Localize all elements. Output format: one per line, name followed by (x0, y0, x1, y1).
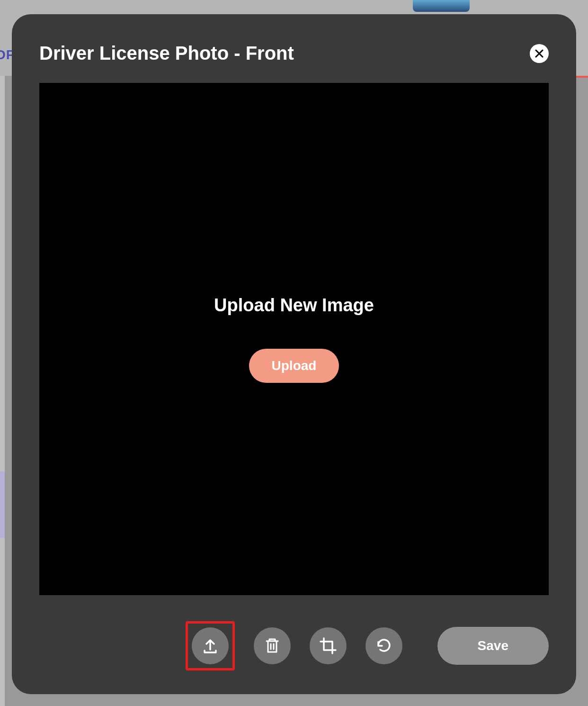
image-toolbar: Save (39, 621, 549, 670)
upload-icon (201, 636, 220, 655)
modal-title: Driver License Photo - Front (39, 43, 294, 64)
upload-button[interactable]: Upload (249, 349, 339, 383)
close-button[interactable] (530, 44, 549, 63)
crop-icon (319, 636, 338, 655)
upload-prompt-text: Upload New Image (214, 295, 374, 316)
image-preview-area: Upload New Image Upload (39, 83, 549, 595)
rotate-ccw-icon (374, 636, 393, 655)
trash-icon (263, 636, 282, 655)
backdrop-thumbnail (413, 0, 470, 12)
delete-tool-button[interactable] (254, 627, 291, 664)
modal-header: Driver License Photo - Front (39, 43, 549, 64)
upload-tool-highlight (186, 621, 235, 670)
save-button[interactable]: Save (437, 627, 549, 665)
tool-button-group (186, 621, 402, 670)
photo-upload-modal: Driver License Photo - Front Upload New … (12, 14, 576, 694)
upload-tool-button[interactable] (192, 627, 229, 664)
crop-tool-button[interactable] (310, 627, 347, 664)
rotate-tool-button[interactable] (365, 627, 402, 664)
backdrop-sidebar (0, 76, 5, 706)
close-icon (535, 49, 543, 58)
backdrop-selected-row (0, 471, 5, 538)
